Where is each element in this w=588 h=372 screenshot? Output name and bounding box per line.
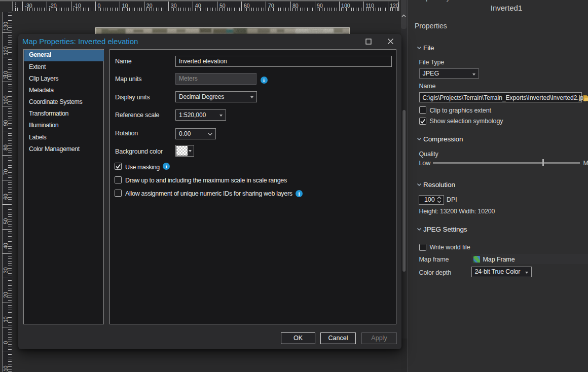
svg-text:90: 90 bbox=[3, 120, 9, 126]
svg-text:60: 60 bbox=[244, 3, 250, 9]
svg-text:-10: -10 bbox=[3, 365, 9, 372]
svg-text:100: 100 bbox=[341, 3, 350, 9]
svg-text:120: 120 bbox=[390, 3, 399, 9]
svg-text:-20: -20 bbox=[49, 3, 57, 9]
svg-text:100: 100 bbox=[3, 95, 9, 104]
svg-text:0: 0 bbox=[98, 3, 101, 9]
svg-text:40: 40 bbox=[195, 3, 201, 9]
svg-text:40: 40 bbox=[3, 243, 9, 249]
svg-text:50: 50 bbox=[219, 3, 226, 9]
svg-text:60: 60 bbox=[3, 194, 9, 200]
svg-text:30: 30 bbox=[171, 3, 177, 9]
svg-text:0: 0 bbox=[3, 341, 9, 344]
svg-text:80: 80 bbox=[292, 3, 299, 9]
svg-text:20: 20 bbox=[3, 292, 9, 298]
svg-text:20: 20 bbox=[146, 3, 153, 9]
svg-text:90: 90 bbox=[317, 3, 323, 9]
svg-text:130: 130 bbox=[3, 22, 9, 31]
svg-text:110: 110 bbox=[365, 3, 374, 9]
svg-text:70: 70 bbox=[268, 3, 274, 9]
svg-text:50: 50 bbox=[3, 218, 9, 224]
svg-text:10: 10 bbox=[3, 316, 9, 322]
svg-text:-10: -10 bbox=[74, 3, 81, 9]
svg-text:80: 80 bbox=[3, 144, 9, 151]
svg-text:120: 120 bbox=[3, 46, 9, 55]
svg-text:110: 110 bbox=[3, 71, 9, 80]
svg-text:30: 30 bbox=[3, 267, 9, 273]
svg-text:70: 70 bbox=[3, 169, 9, 175]
svg-text:10: 10 bbox=[122, 3, 128, 9]
svg-text:-30: -30 bbox=[25, 3, 32, 9]
